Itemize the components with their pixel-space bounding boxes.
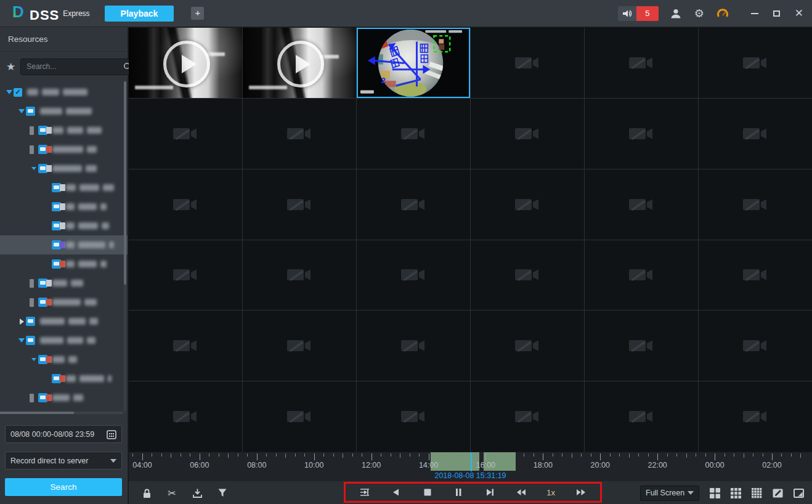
download-icon[interactable]	[192, 487, 203, 498]
video-tile-empty[interactable]	[357, 240, 470, 311]
tree-vertical-scrollbar[interactable]	[124, 81, 126, 412]
expander-icon[interactable]	[17, 319, 26, 325]
tree-row[interactable]	[0, 388, 128, 407]
video-tile-empty[interactable]	[585, 240, 698, 311]
video-tile-playing-2[interactable]	[243, 28, 356, 98]
custom-split-icon[interactable]	[772, 487, 783, 498]
playback-speed-label[interactable]: 1x	[546, 488, 555, 497]
expander-icon[interactable]	[30, 167, 38, 170]
expander-icon[interactable]	[17, 109, 26, 113]
next-frame-button[interactable]	[484, 487, 495, 498]
expander-icon[interactable]	[17, 338, 26, 343]
rewind-button[interactable]	[516, 487, 527, 498]
gear-icon[interactable]: ⚙	[693, 7, 705, 20]
video-tile-selected-fisheye[interactable]: 2	[357, 28, 470, 98]
video-tile-empty[interactable]	[129, 169, 242, 240]
video-tile-empty[interactable]	[357, 169, 470, 240]
pause-button[interactable]	[453, 487, 464, 498]
search-box[interactable]	[20, 59, 137, 75]
fullscreen-select[interactable]: Full Screen	[640, 486, 699, 501]
video-tile-empty[interactable]	[699, 381, 812, 452]
split-4-icon[interactable]	[709, 487, 720, 498]
video-tile-empty[interactable]	[585, 381, 698, 452]
video-tile-empty[interactable]	[471, 381, 584, 452]
tree-row[interactable]	[0, 293, 128, 312]
video-tile-empty[interactable]	[585, 99, 698, 169]
video-tile-empty[interactable]	[699, 169, 812, 240]
tree-row[interactable]	[0, 197, 128, 216]
video-tile-empty[interactable]	[129, 240, 242, 311]
add-tab-button[interactable]: +	[191, 7, 204, 20]
tree-row[interactable]	[0, 254, 128, 274]
play-button-overlay[interactable]	[163, 41, 210, 87]
calendar-icon[interactable]	[107, 429, 116, 439]
video-tile-empty[interactable]	[129, 381, 242, 452]
record-type-select[interactable]: Record direct to server	[5, 452, 122, 469]
tab-playback[interactable]: Playback	[105, 6, 174, 22]
tree-row[interactable]	[0, 235, 128, 254]
video-tile-empty[interactable]	[471, 99, 584, 169]
video-tile-empty[interactable]	[585, 28, 698, 98]
alarm-center-button[interactable]: 5	[618, 6, 659, 21]
playback-timeline[interactable]: 04:0006:0008:0010:0012:0014:0016:0018:00…	[129, 452, 812, 481]
video-tile-empty[interactable]	[243, 381, 356, 452]
tree-row[interactable]	[0, 369, 128, 388]
fullscreen-toggle-icon[interactable]	[793, 487, 804, 498]
sync-playback-icon[interactable]	[359, 487, 370, 498]
video-tile-empty[interactable]	[243, 169, 356, 240]
video-tile-empty[interactable]	[243, 240, 356, 311]
tree-row[interactable]	[0, 216, 128, 235]
video-tile-empty[interactable]	[471, 311, 584, 381]
search-button[interactable]: Search	[5, 478, 122, 496]
video-tile-empty[interactable]	[129, 99, 242, 169]
playhead-marker[interactable]	[471, 452, 472, 471]
tree-horizontal-scrollbar[interactable]	[0, 412, 123, 414]
video-tile-empty[interactable]	[243, 99, 356, 169]
maximize-button[interactable]	[773, 10, 780, 17]
tree-row[interactable]	[0, 312, 128, 331]
video-tile-empty[interactable]	[471, 169, 584, 240]
close-button[interactable]: ✕	[795, 8, 803, 18]
favorites-star-icon[interactable]: ★	[6, 60, 15, 73]
video-tile-empty[interactable]	[699, 28, 812, 98]
tree-row[interactable]	[0, 102, 128, 121]
reverse-play-button[interactable]	[391, 487, 402, 498]
video-tile-empty[interactable]	[699, 240, 812, 311]
fast-forward-button[interactable]	[575, 487, 587, 498]
minimize-button[interactable]	[751, 13, 758, 14]
tree-row[interactable]	[0, 178, 128, 197]
split-9-icon[interactable]	[730, 487, 741, 498]
expander-icon[interactable]	[5, 90, 14, 94]
filter-icon[interactable]	[217, 487, 228, 498]
tree-row[interactable]	[0, 274, 128, 293]
video-tile-empty[interactable]	[357, 99, 470, 169]
video-tile-empty[interactable]	[585, 169, 698, 240]
video-tile-empty[interactable]	[357, 311, 470, 381]
tree-row[interactable]	[0, 140, 128, 159]
clip-scissors-icon[interactable]: ✂	[166, 487, 177, 498]
user-icon[interactable]	[670, 7, 682, 20]
date-range-field[interactable]: 08/08 00:00-08/08 23:59	[5, 425, 122, 443]
expander-icon[interactable]	[30, 358, 38, 361]
video-tile-empty[interactable]	[357, 381, 470, 452]
video-tile-empty[interactable]	[471, 240, 584, 311]
tree-row[interactable]	[0, 331, 128, 350]
video-tile-playing-1[interactable]	[129, 28, 242, 98]
tree-row[interactable]	[0, 159, 128, 178]
checkbox-checked[interactable]: ✓	[14, 88, 22, 97]
video-tile-empty[interactable]	[585, 311, 698, 381]
tree-row[interactable]	[0, 121, 128, 140]
video-tile-empty[interactable]	[243, 311, 356, 381]
tree-row[interactable]	[0, 350, 128, 369]
search-input[interactable]	[25, 62, 123, 71]
video-tile-empty[interactable]	[699, 311, 812, 381]
play-button-overlay[interactable]	[277, 41, 324, 87]
video-tile-empty[interactable]	[471, 28, 584, 98]
video-tile-empty[interactable]	[699, 99, 812, 169]
lock-icon[interactable]	[141, 487, 152, 498]
gauge-icon[interactable]	[717, 7, 729, 20]
stop-button[interactable]	[422, 487, 433, 498]
split-16-icon[interactable]	[751, 487, 762, 498]
video-tile-empty[interactable]	[129, 311, 242, 381]
tree-row[interactable]: ✓	[0, 83, 128, 102]
